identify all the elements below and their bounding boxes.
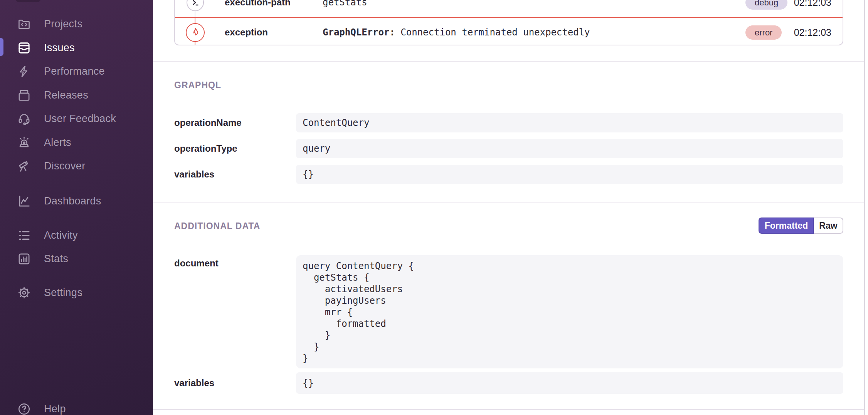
breadcrumb-message: getStats bbox=[323, 0, 367, 8]
user-feedback-icon bbox=[16, 111, 32, 126]
sidebar-item-label: Stats bbox=[44, 253, 68, 265]
kv-value: query bbox=[296, 139, 843, 158]
graphql-section-title: GRAPHQL bbox=[174, 80, 221, 90]
kv-key: variables bbox=[174, 165, 214, 184]
sidebar-item-label: Activity bbox=[44, 229, 78, 241]
sidebar-item-label: User Feedback bbox=[44, 113, 116, 125]
sidebar-item-label: Issues bbox=[44, 42, 75, 54]
kv-value: {} bbox=[296, 372, 843, 394]
sidebar-item-settings[interactable]: Settings bbox=[0, 283, 153, 303]
sidebar-item-label: Dashboards bbox=[44, 195, 101, 207]
kv-key: variables bbox=[174, 373, 214, 393]
sidebar-item-projects[interactable]: Projects bbox=[0, 14, 153, 34]
sidebar-item-performance[interactable]: Performance bbox=[0, 61, 153, 81]
level-badge-error: error bbox=[745, 25, 782, 40]
sidebar: Projects Issues Performance Releases Use bbox=[0, 0, 153, 415]
sidebar-item-activity[interactable]: Activity bbox=[0, 225, 153, 245]
breadcrumb-timestamp: 02:12:03 bbox=[792, 27, 831, 38]
sidebar-item-label: Alerts bbox=[44, 137, 71, 149]
breadcrumb-message: GraphQLError: Connection terminated unex… bbox=[323, 27, 590, 38]
sidebar-item-issues[interactable]: Issues bbox=[0, 38, 153, 58]
formatted-button[interactable]: Formatted bbox=[759, 218, 814, 234]
help-icon bbox=[16, 401, 32, 415]
kv-key: operationName bbox=[174, 113, 242, 132]
section-divider bbox=[153, 202, 865, 202]
breadcrumbs-card: execution-path getStats debug 02:12:03 e… bbox=[174, 0, 843, 45]
flame-icon bbox=[186, 23, 205, 42]
sidebar-item-releases[interactable]: Releases bbox=[0, 85, 153, 105]
alerts-icon bbox=[16, 135, 32, 150]
breadcrumb-category: execution-path bbox=[225, 0, 291, 8]
main-content: execution-path getStats debug 02:12:03 e… bbox=[153, 0, 868, 415]
kv-key: document bbox=[174, 254, 219, 273]
sidebar-item-alerts[interactable]: Alerts bbox=[0, 132, 153, 152]
sidebar-item-help[interactable]: Help bbox=[0, 399, 153, 415]
dashboards-icon bbox=[16, 193, 32, 209]
error-separator-line bbox=[175, 17, 843, 18]
sidebar-item-dashboards[interactable]: Dashboards bbox=[0, 191, 153, 211]
error-message: Connection terminated unexpectedly bbox=[395, 27, 590, 38]
kv-value: ContentQuery bbox=[296, 113, 843, 132]
breadcrumb-timeline-segment bbox=[195, 11, 195, 17]
kv-value: {} bbox=[296, 165, 843, 184]
issues-icon bbox=[16, 40, 32, 55]
sidebar-item-label: Settings bbox=[44, 287, 82, 299]
section-divider bbox=[153, 61, 865, 62]
terminal-icon bbox=[187, 0, 204, 11]
settings-icon bbox=[16, 285, 32, 300]
app-window: Projects Issues Performance Releases Use bbox=[0, 0, 868, 415]
graphql-document: query ContentQuery { getStats { activate… bbox=[303, 260, 837, 364]
level-badge-debug: debug bbox=[745, 0, 787, 10]
sidebar-item-discover[interactable]: Discover bbox=[0, 156, 153, 176]
scroll-area-edge bbox=[864, 0, 865, 415]
breadcrumb-timestamp: 02:12:03 bbox=[792, 0, 831, 8]
additional-data-section-title: ADDITIONAL DATA bbox=[174, 221, 260, 231]
format-toggle: Formatted Raw bbox=[759, 218, 843, 234]
sidebar-item-label: Releases bbox=[44, 89, 88, 101]
error-type: GraphQLError: bbox=[323, 27, 395, 38]
activity-icon bbox=[16, 228, 32, 243]
org-avatar[interactable] bbox=[15, 0, 41, 2]
releases-icon bbox=[16, 87, 32, 103]
performance-icon bbox=[16, 64, 32, 79]
sidebar-item-label: Discover bbox=[44, 160, 85, 172]
kv-key: operationType bbox=[174, 139, 237, 158]
sidebar-item-user-feedback[interactable]: User Feedback bbox=[0, 109, 153, 129]
projects-icon bbox=[16, 16, 32, 32]
breadcrumb-category: exception bbox=[225, 27, 268, 38]
document-code-block: query ContentQuery { getStats { activate… bbox=[296, 255, 843, 368]
raw-button[interactable]: Raw bbox=[814, 218, 843, 234]
sidebar-item-label: Performance bbox=[44, 65, 105, 77]
discover-icon bbox=[16, 158, 32, 174]
sidebar-item-label: Projects bbox=[44, 18, 82, 30]
stats-icon bbox=[16, 251, 32, 266]
sidebar-item-label: Help bbox=[44, 403, 66, 415]
section-divider bbox=[153, 409, 865, 410]
sidebar-item-stats[interactable]: Stats bbox=[0, 249, 153, 269]
